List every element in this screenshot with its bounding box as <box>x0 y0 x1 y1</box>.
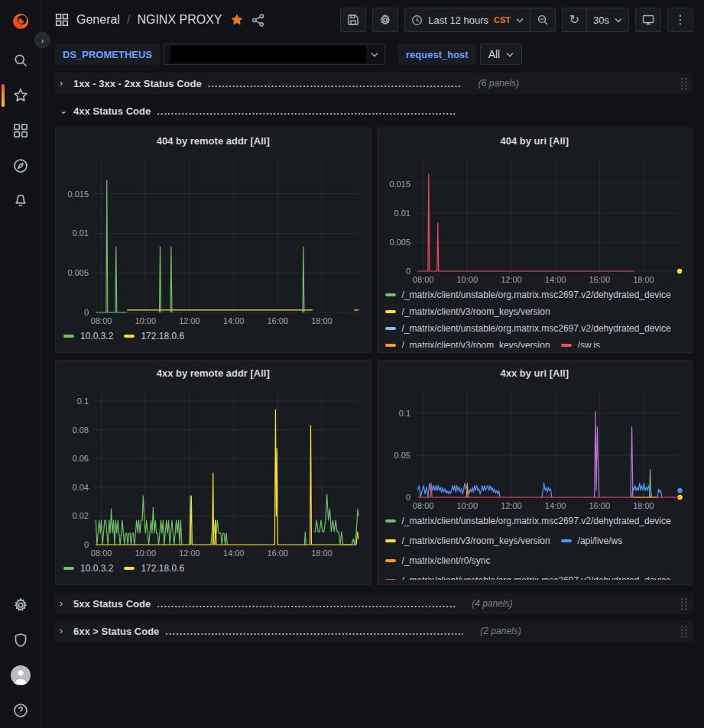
legend-item[interactable]: /sw.js <box>561 340 600 348</box>
chart-plot[interactable]: 00.0050.010.01508:0010:0012:0014:0016:00… <box>62 151 365 328</box>
svg-text:08:00: 08:00 <box>91 548 112 558</box>
legend-item[interactable]: 172.18.0.6 <box>124 331 184 341</box>
row-6xx-status-code[interactable]: › 6xx > Status Code ....................… <box>55 620 693 642</box>
time-range-label: Last 12 hours <box>428 15 488 26</box>
shield-icon <box>13 633 28 648</box>
variable-value-request-host[interactable]: All <box>480 44 523 65</box>
legend-label: 10.0.3.2 <box>80 331 113 341</box>
dashboard-settings-button[interactable] <box>372 8 398 32</box>
svg-text:12:00: 12:00 <box>501 275 522 284</box>
svg-text:0: 0 <box>405 267 410 276</box>
row-drag-handle[interactable] <box>680 77 688 90</box>
legend-item[interactable]: /_matrix/client/v3/room_keys/version <box>385 306 550 317</box>
legend-item[interactable]: /_matrix/client/r0/sync <box>385 555 491 566</box>
variable-selected-value: All <box>488 48 501 60</box>
save-icon <box>347 14 359 26</box>
chart-plot[interactable]: 00.020.040.060.080.108:0010:0012:0014:00… <box>62 383 365 560</box>
panel-title[interactable]: 4xx by uri [All] <box>384 365 686 383</box>
sidebar-item-profile[interactable] <box>0 658 42 693</box>
chevron-down-icon <box>516 18 524 23</box>
row-panel-count: (4 panels) <box>472 598 512 609</box>
svg-text:0: 0 <box>84 540 89 549</box>
chevron-right-icon: › <box>60 626 67 636</box>
time-range-picker[interactable]: Last 12 hours CST <box>404 8 530 32</box>
legend-label: /api/live/ws <box>578 535 623 546</box>
svg-text:0.005: 0.005 <box>389 238 410 247</box>
sidebar-item-starred[interactable] <box>0 78 42 113</box>
row-title: 6xx > Status Code <box>73 626 159 637</box>
save-dashboard-button[interactable] <box>340 8 366 32</box>
panel-404-by-uri: 404 by uri [All] 00.0050.010.01508:0010:… <box>377 128 693 353</box>
svg-text:16:00: 16:00 <box>589 501 610 510</box>
panel-title[interactable]: 4xx by remote addr [All] <box>62 365 365 383</box>
breadcrumb-dashboard-title[interactable]: NGINX PROXY <box>137 13 222 27</box>
legend-item[interactable]: /_matrix/client/v3/room_keys/version <box>385 340 550 348</box>
variable-value-ds-prometheus[interactable] <box>164 44 385 65</box>
legend-item[interactable]: /_matrix/client/unstable/org.matrix.msc2… <box>385 516 671 526</box>
svg-text:18:00: 18:00 <box>633 501 654 510</box>
legend-item[interactable]: 10.0.3.2 <box>63 331 113 341</box>
legend-swatch <box>63 335 74 338</box>
legend-item[interactable]: 10.0.3.2 <box>63 563 113 574</box>
search-minus-icon <box>537 14 549 26</box>
chevron-right-icon: › <box>60 78 67 89</box>
svg-text:0.08: 0.08 <box>73 425 89 435</box>
row-drag-handle[interactable] <box>680 597 688 610</box>
sidebar <box>0 0 42 728</box>
variable-label-request-host[interactable]: request_host <box>398 44 476 65</box>
time-series-chart: 00.0050.010.01508:0010:0012:0014:0016:00… <box>62 151 365 328</box>
chart-plot[interactable]: 00.050.108:0010:0012:0014:0016:0018:00 <box>384 383 686 513</box>
variables-bar: DS_PROMETHEUS request_host All <box>42 40 704 69</box>
svg-text:0.005: 0.005 <box>67 268 89 277</box>
refresh-icon: ↻ <box>569 14 579 26</box>
row-1xx-3xx-2xx-status-code[interactable]: › 1xx - 3xx - 2xx Status Code ..........… <box>55 73 693 94</box>
favorite-star-icon[interactable] <box>230 13 244 27</box>
compass-icon <box>13 158 28 173</box>
panel-title[interactable]: 404 by uri [All] <box>384 133 686 151</box>
sidebar-item-dashboards[interactable] <box>0 113 42 148</box>
legend-item[interactable]: /_matrix/client/unstable/org.matrix.msc2… <box>385 290 671 300</box>
breadcrumb-separator: / <box>127 13 130 27</box>
more-options-kebab-button[interactable]: ⋮ <box>667 8 693 32</box>
legend-label: /sw.js <box>578 340 600 348</box>
legend-swatch <box>385 344 396 347</box>
sidebar-item-help[interactable] <box>0 693 42 728</box>
row-4xx-status-code[interactable]: ⌄ 4xx Status Code ......................… <box>55 100 693 121</box>
legend-swatch <box>561 344 572 347</box>
sidebar-item-server-admin[interactable] <box>0 623 42 658</box>
legend-swatch <box>385 579 396 580</box>
legend-label: /_matrix/client/unstable/org.matrix.msc2… <box>402 516 671 526</box>
svg-text:10:00: 10:00 <box>456 275 478 284</box>
share-icon[interactable] <box>251 14 264 27</box>
sidebar-item-explore[interactable] <box>0 148 42 183</box>
row-drag-handle[interactable] <box>680 625 688 638</box>
legend-item[interactable]: 172.18.0.6 <box>124 563 184 574</box>
svg-text:0.1: 0.1 <box>398 409 410 418</box>
svg-text:18:00: 18:00 <box>311 548 333 558</box>
breadcrumb-folder[interactable]: General <box>76 13 120 27</box>
sidebar-item-configuration[interactable] <box>0 587 42 623</box>
refresh-interval-picker[interactable]: 30s <box>586 8 629 32</box>
legend-item[interactable]: /api/live/ws <box>561 535 623 546</box>
sidebar-item-alerting[interactable] <box>0 183 42 218</box>
refresh-button[interactable]: ↻ <box>562 8 586 32</box>
legend-item[interactable]: /_matrix/client/unstable/org.matrix.msc2… <box>385 575 671 580</box>
sidebar-item-search[interactable] <box>0 43 42 78</box>
zoom-out-time-button[interactable] <box>530 8 556 32</box>
panel-title[interactable]: 404 by remote addr [All] <box>62 133 365 151</box>
question-circle-icon <box>13 703 28 718</box>
bell-icon <box>13 193 28 209</box>
chart-plot[interactable]: 00.0050.010.01508:0010:0012:0014:0016:00… <box>384 151 686 286</box>
sidebar-expand-button[interactable]: › <box>34 32 50 48</box>
time-series-chart: 00.020.040.060.080.108:0010:0012:0014:00… <box>62 383 365 560</box>
row-5xx-status-code[interactable]: › 5xx Status Code ......................… <box>55 593 693 614</box>
row-title-dots: ........................................… <box>165 626 463 637</box>
legend-swatch <box>385 310 396 313</box>
cycle-view-mode-button[interactable] <box>635 8 661 32</box>
variable-label-ds-prometheus[interactable]: DS_PROMETHEUS <box>55 44 160 65</box>
legend-item[interactable]: /_matrix/client/v3/room_keys/version <box>385 535 550 546</box>
svg-text:0.01: 0.01 <box>73 228 89 238</box>
legend-item[interactable]: /_matrix/client/unstable/org.matrix.msc2… <box>385 323 671 334</box>
legend-swatch <box>124 335 135 338</box>
redacted-value <box>170 46 366 63</box>
